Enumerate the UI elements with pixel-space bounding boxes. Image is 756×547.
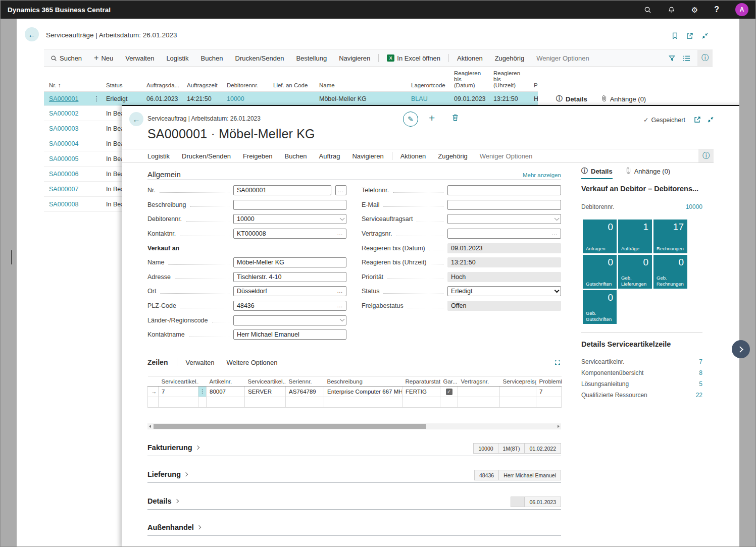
lines-col-seriennr[interactable]: Seriennr. — [286, 377, 324, 387]
tile-geb-gutschriften[interactable]: 0Geb. Gutschriften — [583, 290, 617, 324]
focus-mode-icon[interactable] — [554, 359, 561, 366]
vertragsnr-field[interactable]: ... — [447, 229, 561, 239]
stat-value-link[interactable]: 22 — [696, 392, 702, 399]
lines-col-problembereich[interactable]: Problembe... — [536, 377, 562, 387]
collapse-window-icon[interactable] — [707, 116, 715, 124]
list-view-icon[interactable] — [683, 55, 690, 62]
tab-anhaenge[interactable]: Anhänge (0) — [601, 95, 646, 103]
user-avatar[interactable]: A — [735, 3, 748, 16]
collapse-window-icon[interactable] — [701, 32, 709, 40]
show-more-link[interactable]: Mehr anzeigen — [506, 172, 561, 178]
card-action-freigeben[interactable]: Freigeben — [243, 152, 273, 160]
factbox-heading-2[interactable]: Details Serviceartikelzeile — [581, 340, 671, 348]
card-action-buchen[interactable]: Buchen — [284, 152, 307, 160]
card-action-logistik[interactable]: Logistik — [147, 152, 170, 160]
lines-col-servicepreisgruppe[interactable]: Servicepreisg... — [500, 377, 536, 387]
help-icon[interactable]: ? — [714, 6, 719, 14]
action-bestellung[interactable]: Bestellung — [296, 54, 327, 62]
tab-anhaenge[interactable]: Anhänge (0) — [626, 167, 671, 176]
action-navigieren[interactable]: Navigieren — [339, 54, 370, 62]
lines-col-serviceartikelgruppe[interactable]: Serviceartikel... — [245, 377, 286, 387]
search-icon[interactable] — [644, 6, 651, 14]
lines-col-garantie[interactable]: Gar... — [440, 377, 458, 387]
card-back-button[interactable]: ← — [129, 112, 143, 126]
action-neu[interactable]: + Neu — [94, 53, 113, 63]
adresse-field[interactable]: Tischlerstr. 4-10 — [233, 272, 346, 282]
assist-edit-button[interactable]: ... — [335, 185, 346, 195]
kontaktnr-field[interactable]: KT000008... — [233, 229, 346, 239]
table-row-selected[interactable]: SA000001 ⋮ Erledigt 06.01.2023 14:21:50 … — [44, 92, 538, 106]
info-pane-toggle-icon[interactable]: ⓘ — [698, 149, 714, 162]
column-header-name[interactable]: Name — [314, 80, 406, 91]
info-pane-toggle-icon[interactable]: ⓘ — [697, 50, 713, 66]
lines-col-beschreibung[interactable]: Beschreibung — [324, 377, 402, 387]
card-action-drucken-senden[interactable]: Drucken/Senden — [182, 152, 231, 160]
column-header-status[interactable]: Status — [101, 80, 141, 91]
section-aussenhandel[interactable]: Außenhandel — [147, 523, 561, 536]
action-aktionen[interactable]: Aktionen — [457, 54, 483, 62]
lines-action-verwalten[interactable]: Verwalten — [185, 359, 214, 366]
scrollbar-thumb[interactable] — [11, 250, 12, 264]
nr-field[interactable]: SA000001 — [233, 185, 331, 195]
debitorennr-link[interactable]: 10000 — [686, 203, 702, 210]
list-breadcrumb[interactable]: Serviceaufträge | Arbeitsdatum: 26.01.20… — [46, 31, 177, 39]
tile-gutschriften[interactable]: 0Gutschriften — [583, 255, 617, 289]
column-header-lagerortcode[interactable]: Lagerortcode — [406, 80, 449, 91]
debitorennr-field[interactable]: 10000 — [233, 214, 346, 224]
delete-button[interactable] — [451, 114, 459, 124]
card-action-auftrag[interactable]: Auftrag — [319, 152, 340, 160]
garantie-checkbox-checked[interactable]: ✓ — [446, 389, 452, 395]
new-record-button[interactable]: + — [429, 112, 435, 124]
section-lieferung[interactable]: Lieferung 48436 Herr Michael Emanuel — [147, 470, 561, 483]
action-suchen[interactable]: Suchen — [51, 54, 82, 62]
column-header-auftragszeit[interactable]: Auftragszeit — [182, 80, 222, 91]
bookmark-icon[interactable] — [671, 32, 679, 40]
tile-rechnungen[interactable]: 17Rechnungen — [653, 220, 687, 253]
open-in-new-window-icon[interactable] — [686, 32, 694, 40]
row-menu-icon[interactable]: ⋮ — [198, 387, 207, 397]
row-menu-icon[interactable]: ⋮ — [92, 95, 101, 102]
lines-col-reparaturstatus[interactable]: Reparaturstat... — [402, 377, 440, 387]
column-header-reagieren-datum[interactable]: Reagieren bis (Datum) — [449, 68, 488, 91]
serviceauftragsart-field[interactable] — [447, 214, 561, 224]
column-header-auftragsdatum[interactable]: Auftragsda... — [141, 80, 182, 91]
card-action-zugehoerig[interactable]: Zugehörig — [438, 152, 468, 160]
stat-value-link[interactable]: 5 — [699, 380, 702, 388]
section-title-allgemein[interactable]: Allgemein — [147, 170, 181, 179]
action-buchen[interactable]: Buchen — [200, 54, 223, 62]
tab-details[interactable]: ⓘ Details — [556, 94, 587, 103]
action-verwalten[interactable]: Verwalten — [125, 54, 154, 62]
column-header-nr[interactable]: Nr. ↑ — [44, 80, 92, 91]
card-breadcrumb[interactable]: Serviceauftrag | Arbeitsdatum: 26.01.202… — [147, 115, 261, 122]
stat-value-link[interactable]: 8 — [699, 369, 702, 376]
scrollbar-thumb[interactable] — [154, 424, 426, 429]
name-field[interactable]: Möbel-Meller KG — [233, 257, 346, 267]
lines-col-artikelnr[interactable]: Artikelnr. — [207, 377, 245, 387]
beschreibung-field[interactable] — [233, 200, 346, 210]
scroll-right-arrow[interactable] — [558, 425, 560, 428]
line-row[interactable]: → 7 ⋮ 80007 SERVER AS764789 Enterprise C… — [148, 387, 562, 397]
tile-geb-rechnungen[interactable]: 0Geb. Rechnungen — [653, 255, 687, 289]
lines-col-serviceartikelnr[interactable]: Serviceartikel... — [159, 377, 198, 387]
card-action-aktionen[interactable]: Aktionen — [400, 152, 426, 160]
kontaktname-field[interactable]: Herr Michael Emanuel — [233, 330, 346, 340]
edit-button[interactable]: ✎ — [403, 112, 418, 127]
tab-details[interactable]: ⓘ Details — [581, 167, 613, 176]
factbox-heading[interactable]: Verkauf an Debitor – Debitorens... — [581, 185, 698, 193]
column-header-prioritaet[interactable]: Pric — [529, 80, 538, 91]
action-zugehoerig[interactable]: Zugehörig — [495, 54, 525, 62]
next-record-button[interactable] — [732, 340, 750, 358]
card-action-weniger-optionen[interactable]: Weniger Optionen — [480, 152, 533, 160]
lines-col-vertragsnr[interactable]: Vertragsnr. — [458, 377, 500, 387]
stat-value-link[interactable]: 7 — [699, 358, 702, 365]
column-header-lief-an-code[interactable]: Lief. an Code — [268, 80, 314, 91]
open-in-new-window-icon[interactable] — [693, 116, 701, 124]
ort-field[interactable]: Düsseldorf... — [233, 286, 346, 296]
column-header-reagieren-uhrzeit[interactable]: Reagieren bis (Uhrzeit) — [488, 68, 529, 91]
column-header-debitorennr[interactable]: Debitorennr. — [222, 80, 268, 91]
order-number-link[interactable]: SA000001 — [49, 95, 78, 102]
telefonnr-field[interactable] — [447, 185, 561, 195]
horizontal-scrollbar[interactable] — [147, 423, 561, 429]
section-details[interactable]: Details 06.01.2023 — [147, 497, 561, 510]
line-row-empty[interactable] — [148, 397, 562, 408]
